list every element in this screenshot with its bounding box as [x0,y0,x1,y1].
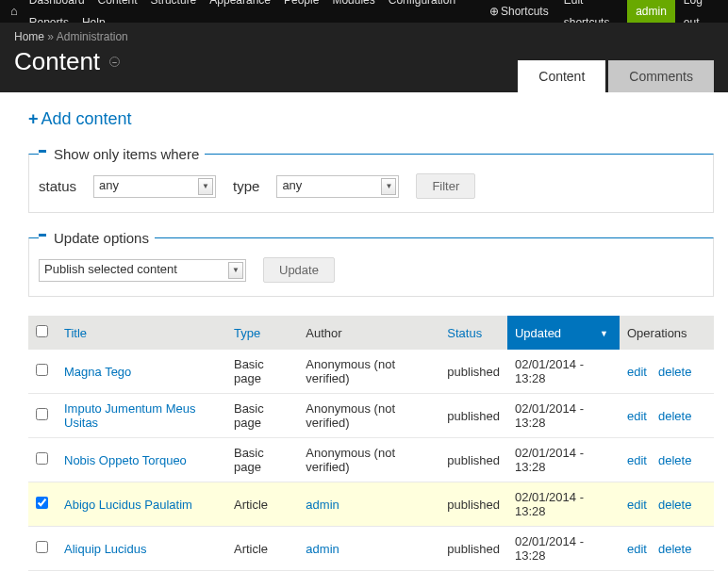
status-value: any [99,178,119,192]
chevron-down-icon: ▼ [198,178,213,195]
toolbar-item-appearance[interactable]: Appearance [203,0,277,11]
toolbar-item-people[interactable]: People [277,0,325,11]
breadcrumb-home[interactable]: Home [14,30,44,43]
row-updated: 02/01/2014 - 13:28 [507,350,620,394]
admin-user-link[interactable]: admin [627,0,675,23]
toolbar-item-modules[interactable]: Modules [325,0,381,11]
row-type: Article [226,482,298,527]
delete-link[interactable]: delete [658,498,691,512]
toolbar-item-content[interactable]: Content [91,0,144,11]
filter-fieldset: Show only items where status any▼ type a… [28,146,714,213]
table-row: Abigo Lucidus PaulatimArticleadminpublis… [28,482,714,527]
content-body: +Add content Show only items where statu… [0,92,728,572]
filter-row: status any▼ type any▼ Filter [39,173,703,199]
content-table: Title Type Author Status Updated▼ Operat… [28,316,714,572]
table-row: Aliquip LucidusArticleadminpublished02/0… [28,527,714,571]
header-region: Home » Administration Content – Content … [0,23,728,92]
row-title-link[interactable]: Nobis Oppeto Torqueo [64,453,187,467]
author-text: Anonymous (not verified) [306,446,395,474]
row-status: published [439,394,507,438]
breadcrumb-sep: » [44,30,57,43]
author-link[interactable]: admin [306,542,339,556]
toolbar-item-structure[interactable]: Structure [144,0,204,11]
shortcuts-link[interactable]: ⊕Shortcuts [483,0,555,23]
type-value: any [282,178,302,192]
author-link[interactable]: admin [306,498,339,512]
row-checkbox[interactable] [36,408,48,420]
col-updated[interactable]: Updated▼ [507,316,620,350]
row-type: Basic page [226,394,298,438]
update-fieldset: Update options Publish selected content▼… [28,230,714,297]
table-header-row: Title Type Author Status Updated▼ Operat… [28,316,714,350]
toolbar-item-configuration[interactable]: Configuration [382,0,462,11]
row-status: published [439,482,507,527]
edit-link[interactable]: edit [627,453,647,467]
collapse-icon[interactable]: – [109,57,120,67]
edit-link[interactable]: edit [627,409,647,423]
edit-link[interactable]: edit [627,498,647,512]
delete-link[interactable]: delete [658,365,691,379]
type-label: type [233,178,259,194]
update-legend: Update options [39,230,155,246]
update-row: Publish selected content▼ Update [39,257,703,283]
row-checkbox[interactable] [36,364,48,376]
breadcrumb: Home » Administration [14,30,714,43]
row-status: published [439,438,507,482]
row-updated: 02/01/2014 - 13:28 [507,394,620,438]
col-operations: Operations [620,316,714,350]
author-text: Anonymous (not verified) [306,357,395,385]
row-updated: 02/01/2014 - 13:28 [507,438,620,482]
home-icon[interactable]: ⌂ [6,0,23,23]
table-body: Magna TegoBasic pageAnonymous (not verif… [28,350,714,572]
add-content-link[interactable]: +Add content [28,109,132,128]
row-type: Basic page [226,438,298,482]
page-title-text: Content [14,47,100,76]
row-checkbox[interactable] [36,497,48,509]
delete-link[interactable]: delete [658,453,691,467]
row-title-link[interactable]: Aliquip Lucidus [64,542,146,556]
table-row: Imputo Jumentum Meus UsitasBasic pageAno… [28,394,714,438]
admin-toolbar: ⌂ DashboardContentStructureAppearancePeo… [0,0,728,23]
row-status: published [439,527,507,571]
row-title-link[interactable]: Imputo Jumentum Meus Usitas [64,401,195,430]
row-type: Basic page [226,350,298,394]
author-text: Anonymous (not verified) [306,401,395,430]
col-updated-label: Updated [515,326,561,340]
row-checkbox[interactable] [36,541,48,553]
status-select[interactable]: any▼ [93,175,216,198]
sort-desc-icon: ▼ [600,329,608,338]
row-type: Article [226,527,298,571]
filter-button[interactable]: Filter [416,173,475,199]
chevron-down-icon: ▼ [228,262,243,279]
update-button[interactable]: Update [263,257,335,283]
table-row: Nobis Oppeto TorqueoBasic pageAnonymous … [28,438,714,482]
delete-link[interactable]: delete [658,409,691,423]
toolbar-item-dashboard[interactable]: Dashboard [23,0,91,11]
primary-tabs: Content Comments [515,60,714,92]
row-title-link[interactable]: Magna Tego [64,365,131,379]
update-action-select[interactable]: Publish selected content▼ [39,259,246,282]
breadcrumb-current: Administration [57,30,128,43]
row-checkbox[interactable] [36,452,48,465]
add-content-label: Add content [41,109,132,128]
table-row: Magna TegoBasic pageAnonymous (not verif… [28,350,714,394]
row-updated: 02/01/2014 - 13:28 [507,482,620,527]
row-status: published [439,350,507,394]
edit-link[interactable]: edit [627,365,647,379]
type-select[interactable]: any▼ [276,175,399,198]
filter-legend: Show only items where [39,146,205,162]
edit-link[interactable]: edit [627,542,647,556]
row-updated: 02/01/2014 - 13:28 [507,527,620,571]
tab-content[interactable]: Content [518,60,605,92]
row-title-link[interactable]: Abigo Lucidus Paulatim [64,498,192,512]
col-type[interactable]: Type [226,316,298,350]
shortcuts-icon: ⊕ [489,5,499,18]
col-status[interactable]: Status [439,316,507,350]
select-all-checkbox[interactable] [36,325,48,337]
col-author: Author [298,316,439,350]
delete-link[interactable]: delete [658,542,691,556]
col-title[interactable]: Title [57,316,226,350]
tab-comments[interactable]: Comments [608,60,714,92]
status-label: status [39,178,76,194]
plus-icon: + [28,109,39,128]
